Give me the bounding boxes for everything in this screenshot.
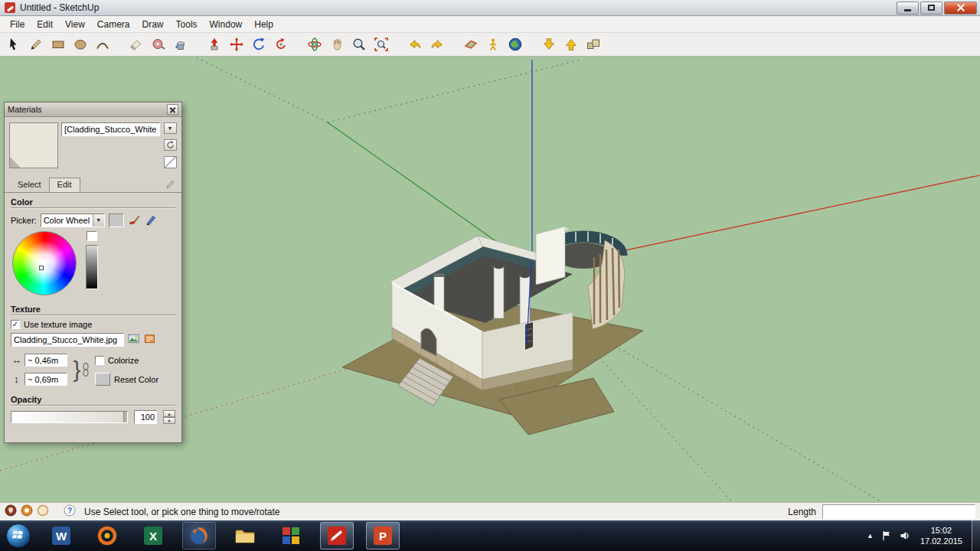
- opacity-spin-down-button[interactable]: ▼: [163, 417, 175, 424]
- push-pull-tool-button[interactable]: [203, 34, 225, 55]
- texture-width-input[interactable]: [24, 354, 67, 367]
- share-models-button[interactable]: [560, 34, 582, 55]
- material-name-input[interactable]: [61, 122, 160, 136]
- action-center-button[interactable]: [881, 530, 892, 542]
- taskbar-firefox-button[interactable]: [182, 522, 216, 549]
- title-bar[interactable]: Untitled - SketchUp: [0, 0, 980, 16]
- tab-select[interactable]: Select: [10, 178, 49, 191]
- taskbar-media-player-button[interactable]: [90, 522, 124, 549]
- google-earth-button[interactable]: [504, 34, 526, 55]
- rectangle-tool-button[interactable]: [47, 34, 69, 55]
- claim-credit-button[interactable]: [37, 504, 49, 519]
- sample-paint-button[interactable]: [165, 178, 176, 191]
- texture-section-header: Texture: [11, 305, 175, 314]
- components-icon: [586, 37, 601, 52]
- menu-item-window[interactable]: Window: [204, 17, 249, 32]
- reset-color-swatch[interactable]: [95, 373, 110, 386]
- close-button[interactable]: [944, 2, 977, 15]
- color-grid-icon: [279, 524, 302, 547]
- color-wheel[interactable]: [12, 231, 77, 295]
- zoom-tool-button[interactable]: [348, 34, 370, 55]
- tab-edit[interactable]: Edit: [49, 178, 80, 192]
- geo-location-icon: [5, 504, 17, 517]
- chevron-down-icon: ▼: [93, 214, 104, 227]
- show-desktop-button[interactable]: [972, 520, 980, 551]
- color-wheel-marker[interactable]: [39, 266, 44, 270]
- start-button[interactable]: [3, 520, 34, 551]
- axes-figure-button[interactable]: [482, 34, 504, 55]
- menu-item-tools[interactable]: Tools: [170, 17, 204, 32]
- get-models-button[interactable]: [537, 34, 560, 55]
- opacity-spin-up-button[interactable]: ▲: [163, 410, 175, 417]
- hidden-icons-button[interactable]: ▲: [867, 532, 874, 540]
- offset-tool-button[interactable]: [270, 34, 292, 55]
- browse-texture-button[interactable]: [127, 332, 140, 347]
- system-tray: ▲ 15:02 17.02.2015: [867, 520, 980, 551]
- opacity-value-input[interactable]: [134, 410, 157, 424]
- next-view-button[interactable]: [426, 34, 448, 55]
- eraser-tool-button[interactable]: [125, 34, 147, 55]
- sketchup-app-icon: [5, 2, 15, 13]
- chain-link-icon[interactable]: [82, 362, 90, 377]
- arc-tool-button[interactable]: [91, 34, 113, 55]
- taskbar-color-grid-button[interactable]: [274, 522, 308, 549]
- volume-button[interactable]: [899, 530, 910, 542]
- menu-item-file[interactable]: File: [4, 17, 31, 32]
- credits-button[interactable]: [21, 504, 33, 519]
- taskbar-powerpoint-button[interactable]: P: [366, 522, 400, 549]
- zoom-extents-tool-button[interactable]: [370, 34, 392, 55]
- texture-filename-input[interactable]: [11, 333, 124, 347]
- geo-location-button[interactable]: [5, 504, 17, 519]
- create-material-button[interactable]: [164, 139, 177, 151]
- materials-panel: Materials ▼ Select Edit Col: [4, 102, 182, 443]
- colorize-checkbox[interactable]: [95, 356, 104, 365]
- circle-tool-button[interactable]: [69, 34, 91, 55]
- menu-item-camera[interactable]: Camera: [91, 17, 136, 32]
- material-list-dropdown-button[interactable]: ▼: [164, 122, 177, 134]
- move-tool-button[interactable]: [225, 34, 247, 55]
- taskbar-sketchup-button[interactable]: [320, 522, 354, 549]
- use-texture-checkbox[interactable]: [11, 320, 20, 329]
- material-preview-thumbnail[interactable]: [9, 122, 58, 168]
- taskbar-clock[interactable]: 15:02 17.02.2015: [920, 525, 962, 547]
- minimize-icon: [904, 9, 911, 11]
- minimize-button[interactable]: [897, 2, 919, 15]
- menu-item-edit[interactable]: Edit: [31, 17, 59, 32]
- taskbar-excel-button[interactable]: X: [136, 522, 170, 549]
- picker-dropdown[interactable]: Color Wheel ▼: [41, 214, 105, 227]
- paint-bucket-tool-button[interactable]: [169, 34, 191, 55]
- components-button[interactable]: [582, 34, 604, 55]
- section-plane-tool-button[interactable]: [459, 34, 482, 55]
- menu-item-draw[interactable]: Draw: [136, 17, 170, 32]
- previous-view-button[interactable]: [403, 34, 426, 55]
- menu-item-help[interactable]: Help: [248, 17, 279, 32]
- divider: [11, 315, 175, 316]
- texture-height-input[interactable]: [24, 373, 67, 386]
- window-controls: [895, 2, 978, 15]
- match-screen-color-button[interactable]: [128, 213, 141, 227]
- materials-close-button[interactable]: [167, 104, 178, 115]
- match-object-color-button[interactable]: [145, 213, 158, 227]
- help-button[interactable]: ?: [64, 504, 76, 519]
- taskbar-explorer-button[interactable]: [228, 522, 262, 549]
- media-player-icon: [96, 524, 119, 547]
- maximize-button[interactable]: [920, 2, 942, 15]
- measurement-input[interactable]: [822, 504, 975, 519]
- line-tool-button[interactable]: [24, 34, 47, 55]
- flag-icon: [881, 530, 892, 542]
- menu-bar: File Edit View Camera Draw Tools Window …: [0, 16, 980, 33]
- opacity-slider[interactable]: [11, 411, 128, 423]
- pan-tool-button[interactable]: [325, 34, 348, 55]
- current-color-swatch[interactable]: [109, 214, 124, 227]
- rotate-tool-button[interactable]: [247, 34, 270, 55]
- value-slider[interactable]: [86, 245, 98, 289]
- select-tool-button[interactable]: [2, 34, 24, 55]
- edit-texture-button[interactable]: [143, 332, 156, 347]
- taskbar-word-button[interactable]: W: [44, 522, 78, 549]
- menu-item-view[interactable]: View: [59, 17, 91, 32]
- orbit-tool-button[interactable]: [303, 34, 325, 55]
- materials-panel-titlebar[interactable]: Materials: [5, 103, 181, 117]
- windows-taskbar: W X P ▲ 15:02 17.02.2015: [0, 520, 980, 551]
- secondary-pane-button[interactable]: [164, 156, 177, 168]
- tape-measure-tool-button[interactable]: [147, 34, 169, 55]
